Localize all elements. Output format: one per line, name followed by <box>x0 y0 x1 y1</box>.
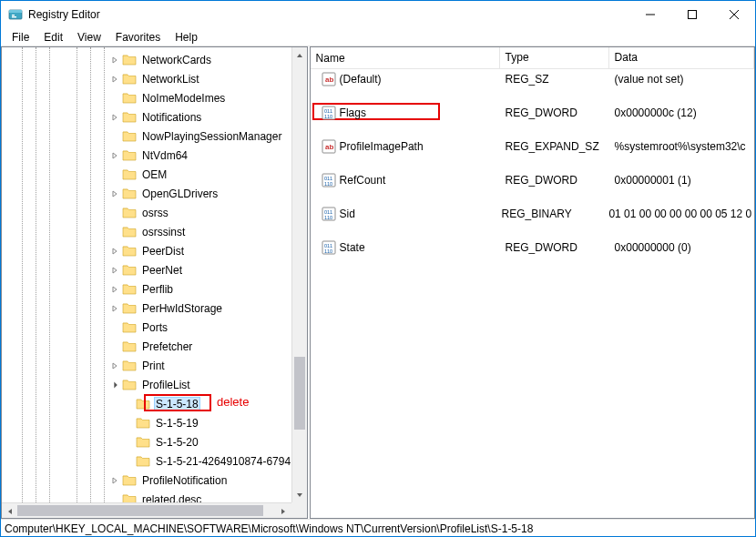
column-header-data[interactable]: Data <box>609 47 754 68</box>
scroll-right-icon[interactable] <box>276 503 291 519</box>
expander-closed-icon[interactable] <box>107 473 122 488</box>
expander-none <box>107 129 122 144</box>
tree-node[interactable]: OEM <box>2 167 307 183</box>
value-name-cell[interactable]: ProfileImagePath <box>311 139 500 154</box>
expander-closed-icon[interactable] <box>107 301 122 316</box>
tree-node-label[interactable]: S-1-5-19 <box>154 417 200 430</box>
expander-closed-icon[interactable] <box>107 187 122 201</box>
tree-node-label[interactable]: Ports <box>140 321 169 334</box>
expander-closed-icon[interactable] <box>107 53 122 67</box>
tree-vertical-scrollbar[interactable] <box>291 47 307 502</box>
list-body[interactable]: (Default)REG_SZ(value not set)FlagsREG_D… <box>311 69 754 518</box>
tree-pane: NetworkCardsNetworkListNoImeModeImesNoti… <box>1 46 308 519</box>
menu-file[interactable]: File <box>5 28 36 46</box>
tree-node[interactable]: S-1-5-18 <box>2 396 307 412</box>
expander-closed-icon[interactable] <box>107 110 122 125</box>
expander-closed-icon[interactable] <box>107 359 122 373</box>
tree-node[interactable]: NetworkCards <box>2 52 307 68</box>
tree-node[interactable]: osrssinst <box>2 224 307 240</box>
tree-node[interactable]: Perflib <box>2 281 307 298</box>
value-name-cell[interactable]: State <box>311 240 500 255</box>
list-pane: Name Type Data (Default)REG_SZ(value not… <box>310 46 755 519</box>
string-value-icon <box>322 72 336 86</box>
tree-node-label[interactable]: PeerDist <box>140 245 186 258</box>
menu-edit[interactable]: Edit <box>36 28 70 46</box>
tree-node[interactable]: S-1-5-21-4264910874-6794 <box>2 453 307 470</box>
tree-node[interactable]: ProfileList <box>2 377 307 393</box>
tree-node[interactable]: Print <box>2 358 307 374</box>
menu-favorites[interactable]: Favorites <box>108 28 168 46</box>
tree-node-label[interactable]: PeerNet <box>140 264 184 277</box>
tree-node-label[interactable]: S-1-5-20 <box>154 436 200 449</box>
expander-closed-icon[interactable] <box>107 282 122 297</box>
value-type: REG_DWORD <box>500 106 609 119</box>
close-button[interactable] <box>713 1 755 28</box>
tree-node-label[interactable]: Perflib <box>140 283 175 296</box>
string-value-icon <box>322 139 336 154</box>
scroll-up-icon[interactable] <box>292 47 308 63</box>
tree-node[interactable]: S-1-5-20 <box>2 434 307 451</box>
tree-node[interactable]: S-1-5-19 <box>2 415 307 431</box>
expander-open-icon[interactable] <box>107 378 122 392</box>
maximize-button[interactable] <box>671 1 713 28</box>
tree-node-label[interactable]: Notifications <box>140 111 203 124</box>
tree-node[interactable]: ProfileNotification <box>2 472 307 489</box>
tree-node[interactable]: PeerDist <box>2 243 307 259</box>
tree-node-label[interactable]: ProfileNotification <box>140 474 229 487</box>
minimize-button[interactable] <box>629 1 671 28</box>
expander-none <box>121 397 136 411</box>
tree-node[interactable]: OpenGLDrivers <box>2 186 307 202</box>
expander-closed-icon[interactable] <box>107 244 122 258</box>
scroll-left-icon[interactable] <box>2 503 17 519</box>
list-row[interactable]: StateREG_DWORD0x00000000 (0) <box>311 239 754 256</box>
value-name-cell[interactable]: Flags <box>311 106 500 120</box>
tree-node[interactable]: PeerNet <box>2 262 307 279</box>
tree-node-label[interactable]: S-1-5-18 <box>154 397 200 411</box>
expander-closed-icon[interactable] <box>107 72 122 86</box>
scroll-down-icon[interactable] <box>292 487 308 502</box>
value-name-cell[interactable]: Sid <box>311 207 496 221</box>
tree-node[interactable]: Prefetcher <box>2 339 307 355</box>
menu-view[interactable]: View <box>70 28 108 46</box>
scroll-thumb[interactable] <box>17 505 263 516</box>
column-header-type[interactable]: Type <box>500 47 609 68</box>
column-header-name[interactable]: Name <box>311 47 500 68</box>
tree-node-label[interactable]: OEM <box>140 168 169 181</box>
tree-node[interactable]: osrss <box>2 205 307 221</box>
tree-node[interactable]: Notifications <box>2 109 307 126</box>
list-row[interactable]: FlagsREG_DWORD0x0000000c (12) <box>311 105 754 121</box>
folder-icon <box>122 167 137 182</box>
registry-tree[interactable]: NetworkCardsNetworkListNoImeModeImesNoti… <box>2 47 307 518</box>
expander-closed-icon[interactable] <box>107 263 122 278</box>
tree-node-label[interactable]: NetworkCards <box>140 54 213 66</box>
value-name-cell[interactable]: (Default) <box>311 72 500 86</box>
menu-help[interactable]: Help <box>168 28 205 46</box>
tree-node-label[interactable]: Print <box>140 360 167 372</box>
tree-node-label[interactable]: NtVdm64 <box>140 149 189 162</box>
tree-node-label[interactable]: ProfileList <box>140 379 192 391</box>
tree-node[interactable]: Ports <box>2 319 307 336</box>
tree-node-label[interactable]: NowPlayingSessionManager <box>140 130 283 143</box>
tree-node-label[interactable]: osrssinst <box>140 226 187 238</box>
tree-node[interactable]: NowPlayingSessionManager <box>2 128 307 145</box>
list-row[interactable]: (Default)REG_SZ(value not set) <box>311 71 754 87</box>
tree-horizontal-scrollbar[interactable] <box>2 502 291 518</box>
tree-node[interactable]: PerHwIdStorage <box>2 300 307 317</box>
tree-node[interactable]: NoImeModeImes <box>2 90 307 106</box>
tree-node-label[interactable]: osrss <box>140 207 170 219</box>
expander-closed-icon[interactable] <box>107 148 122 163</box>
value-name: ProfileImagePath <box>340 140 424 153</box>
tree-node-label[interactable]: PerHwIdStorage <box>140 302 224 315</box>
tree-node-label[interactable]: S-1-5-21-4264910874-6794 <box>154 455 292 468</box>
list-row[interactable]: SidREG_BINARY01 01 00 00 00 00 00 05 12 … <box>311 206 754 222</box>
tree-node-label[interactable]: NoImeModeImes <box>140 92 227 105</box>
tree-node[interactable]: NtVdm64 <box>2 147 307 164</box>
tree-node[interactable]: NetworkList <box>2 71 307 87</box>
tree-node-label[interactable]: OpenGLDrivers <box>140 187 220 200</box>
value-name-cell[interactable]: RefCount <box>311 173 500 187</box>
scroll-thumb[interactable] <box>294 357 305 430</box>
tree-node-label[interactable]: Prefetcher <box>140 340 194 353</box>
tree-node-label[interactable]: NetworkList <box>140 73 201 86</box>
list-row[interactable]: ProfileImagePathREG_EXPAND_SZ%systemroot… <box>311 138 754 155</box>
list-row[interactable]: RefCountREG_DWORD0x00000001 (1) <box>311 172 754 188</box>
